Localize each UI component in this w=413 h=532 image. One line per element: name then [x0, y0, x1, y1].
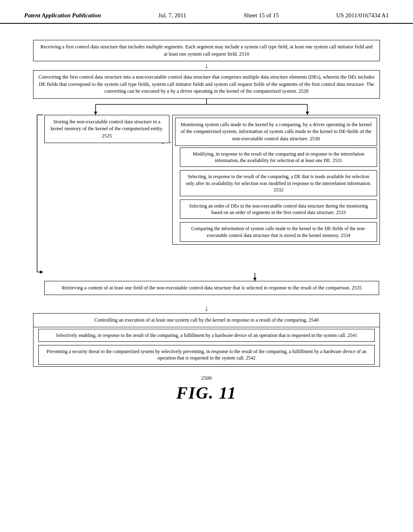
header-sheet: Sheet 15 of 15: [244, 12, 279, 19]
svg-marker-3: [94, 112, 97, 115]
box-2525-text: Storing the non-executable control data …: [50, 119, 163, 139]
box-2542-text: Preventing a security threat to the comp…: [46, 349, 366, 361]
box-2534: Comparing the information of system call…: [180, 222, 377, 241]
figure-name: FIG. 11: [33, 383, 380, 403]
box-2533-text: Selecting an order of DEs in the non-exe…: [189, 203, 368, 215]
flow-container: Receiving a first control data structure…: [33, 40, 380, 403]
box-2525: Storing the non-executable control data …: [44, 115, 169, 143]
box-2520-text: Converting the first control data struct…: [38, 74, 374, 94]
box-2510: Receiving a first control data structure…: [33, 40, 380, 61]
box-2531-text: Modifying, in response to the result of …: [193, 151, 365, 163]
header: Patent Application Publication Jul. 7, 2…: [0, 0, 413, 24]
box-2530: Monitoring system calls made to the kern…: [175, 118, 377, 146]
page: Patent Application Publication Jul. 7, 2…: [0, 0, 413, 532]
box-2541: Selectively enabling, in response to the…: [38, 329, 375, 342]
box-2531: Modifying, in response to the result of …: [180, 148, 377, 167]
box-2525-wrapper: Storing the non-executable control data …: [44, 115, 169, 143]
sub-boxes-container: Modifying, in response to the result of …: [180, 148, 377, 242]
box-2510-text: Receiving a first control data structure…: [40, 44, 372, 57]
box-2535-wrapper: Retrieving a content of at least one fie…: [44, 281, 379, 295]
box-2540-text: Controlling an execution of at least one…: [94, 317, 319, 323]
box-2541-text: Selectively enabling, in response to the…: [56, 332, 357, 338]
svg-marker-13: [253, 278, 257, 281]
header-date: Jul. 7, 2011: [159, 12, 186, 19]
monitoring-container: Monitoring system calls made to the kern…: [172, 115, 380, 245]
box-2534-text: Comparing the information of system call…: [191, 226, 366, 238]
box-2535: Retrieving a content of at least one fie…: [44, 281, 379, 295]
outer-monitoring-box: Monitoring system calls made to the kern…: [172, 115, 380, 245]
box-2535-text: Retrieving a content of at least one fie…: [62, 285, 362, 291]
box-2520: Converting the first control data struct…: [33, 70, 380, 99]
header-patent: US 2011/0167434 A1: [336, 12, 389, 19]
box-2533: Selecting an order of DEs in the non-exe…: [180, 200, 377, 219]
box-2530-text: Monitoring system calls made to the kern…: [181, 122, 372, 141]
box-2542: Preventing a security threat to the comp…: [38, 345, 375, 364]
figure-label-container: 2500: [33, 375, 380, 381]
diagram-area: Receiving a first control data structure…: [0, 36, 413, 415]
arrow-2510-2520: [33, 61, 380, 70]
header-left: Patent Application Publication: [24, 12, 101, 19]
box-2532: Selecting, in response to the result of …: [180, 170, 377, 196]
box-2532-text: Selecting, in response to the result of …: [186, 174, 371, 192]
svg-marker-5: [306, 112, 309, 115]
box-2540-subs: Selectively enabling, in response to the…: [38, 329, 375, 365]
svg-marker-11: [40, 270, 43, 274]
box-2540-group: Controlling an execution of at least one…: [33, 313, 380, 367]
figure-label-num: 2500: [201, 375, 212, 381]
box-2540: Controlling an execution of at least one…: [33, 314, 380, 328]
